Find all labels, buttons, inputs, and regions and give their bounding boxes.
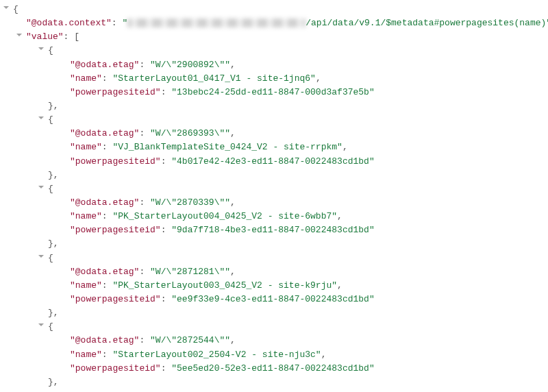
brace-close: } xyxy=(48,308,53,318)
json-string: "PK_StarterLayout004_0425_V2 - site-6wbb… xyxy=(112,211,337,221)
json-string: "5ee5ed20-52e3-ed11-8847-0022483cd1bd" xyxy=(171,363,374,373)
json-viewer: { "@odata.context": "/api/data/v9.1/$met… xyxy=(1,3,547,389)
json-key: "@odata.etag" xyxy=(70,335,139,345)
json-key: "powerpagesiteid" xyxy=(70,156,161,167)
json-key: "@odata.etag" xyxy=(70,197,139,208)
json-key: "name" xyxy=(70,211,102,221)
json-string: "W/\"2871281\"" xyxy=(150,267,230,277)
brace-open: { xyxy=(48,184,53,194)
brace-open: { xyxy=(48,253,53,263)
brace-open: { xyxy=(13,4,18,14)
json-key: "name" xyxy=(70,350,102,360)
json-key: "name" xyxy=(70,142,102,152)
json-key: "powerpagesiteid" xyxy=(70,225,161,235)
collapse-toggle-record[interactable] xyxy=(38,323,45,330)
collapse-toggle-record[interactable] xyxy=(38,47,45,54)
json-key: "powerpagesiteid" xyxy=(70,87,161,97)
json-key: "@odata.context" xyxy=(26,18,112,28)
brace-close: } xyxy=(48,238,53,249)
collapse-toggle-record[interactable] xyxy=(38,116,45,123)
json-key: "@odata.etag" xyxy=(70,267,139,277)
json-string: "13bebc24-25dd-ed11-8847-000d3af37e5b" xyxy=(171,87,374,97)
json-key: "powerpagesiteid" xyxy=(70,363,161,373)
brace-open: { xyxy=(48,321,53,332)
redacted-url xyxy=(127,19,306,27)
brace-open: { xyxy=(48,45,53,56)
json-string: "W/\"2870339\"" xyxy=(150,197,230,208)
json-string: "W/\"2872544\"" xyxy=(150,335,230,345)
json-string: /api/data/v9.1/$metadata#powerpagesites(… xyxy=(306,18,548,28)
collapse-toggle-root[interactable] xyxy=(3,5,10,13)
json-string: "W/\"2869393\"" xyxy=(150,128,230,138)
json-string: "4b017e42-42e3-ed11-8847-0022483cd1bd" xyxy=(171,156,374,167)
brace-open: { xyxy=(48,114,53,125)
json-string: "ee9f33e9-4ce3-ed11-8847-0022483cd1bd" xyxy=(171,294,374,304)
collapse-toggle-record[interactable] xyxy=(38,254,45,262)
json-key: "value" xyxy=(26,32,64,42)
json-string: "StarterLayout002_2504-V2 - site-nju3c" xyxy=(112,350,321,360)
collapse-toggle-value[interactable] xyxy=(16,33,23,40)
json-string: "StarterLayout01_0417_V1 - site-1jnq6" xyxy=(112,73,315,84)
json-key: "@odata.etag" xyxy=(70,60,139,70)
json-key: "powerpagesiteid" xyxy=(70,294,161,304)
json-string: "PK_StarterLayout003_0425_V2 - site-k9rj… xyxy=(112,280,337,291)
json-key: "@odata.etag" xyxy=(70,128,139,138)
json-string: "9da7f718-4be3-ed11-8847-0022483cd1bd" xyxy=(171,225,374,235)
brace-close: } xyxy=(48,377,53,387)
json-key: "name" xyxy=(70,73,102,84)
collapse-toggle-record[interactable] xyxy=(38,185,45,193)
brace-close: } xyxy=(48,101,53,111)
brace-close: } xyxy=(48,170,53,180)
json-string: "VJ_BlankTemplateSite_0424_V2 - site-rrp… xyxy=(112,142,342,152)
json-key: "name" xyxy=(70,280,102,291)
json-string: "W/\"2900892\"" xyxy=(150,60,230,70)
